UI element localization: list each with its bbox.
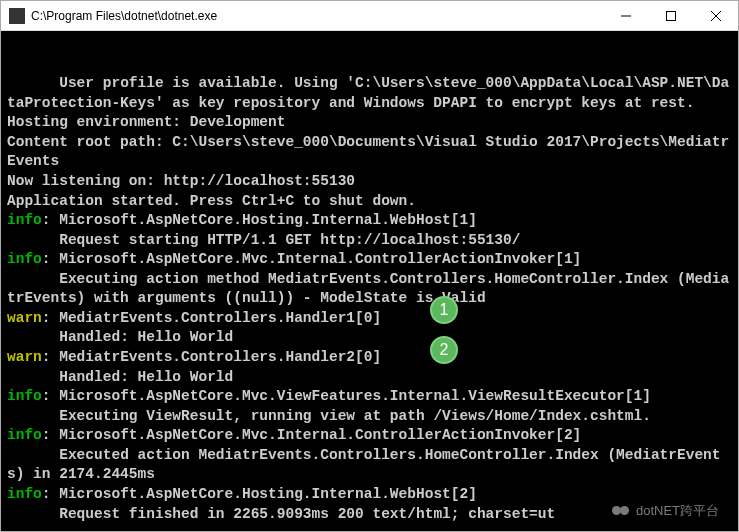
- window-controls: [603, 1, 738, 30]
- maximize-button[interactable]: [648, 1, 693, 30]
- log-level-warn: warn: [7, 349, 42, 365]
- console-window: C:\Program Files\dotnet\dotnet.exe User …: [0, 0, 739, 532]
- console-line: info: Microsoft.AspNetCore.Mvc.ViewFeatu…: [7, 387, 732, 407]
- console-line: Now listening on: http://localhost:55130: [7, 172, 732, 192]
- console-line: Handled: Hello World: [7, 328, 732, 348]
- console-line: Executing ViewResult, running view at pa…: [7, 407, 732, 427]
- minimize-button[interactable]: [603, 1, 648, 30]
- console-line: Content root path: C:\Users\steve_000\Do…: [7, 133, 732, 172]
- console-line: Handled: Hello World: [7, 368, 732, 388]
- console-line: Executing action method MediatrEvents.Co…: [7, 270, 732, 309]
- log-text: : Microsoft.AspNetCore.Hosting.Internal.…: [42, 486, 477, 502]
- log-level-warn: warn: [7, 310, 42, 326]
- console-line: warn: MediatrEvents.Controllers.Handler2…: [7, 348, 732, 368]
- log-level-info: info: [7, 212, 42, 228]
- log-text: : MediatrEvents.Controllers.Handler2[0]: [42, 349, 381, 365]
- app-icon: [9, 8, 25, 24]
- svg-rect-1: [666, 11, 675, 20]
- annotation-badge-2: 2: [430, 336, 458, 364]
- console-line: Request starting HTTP/1.1 GET http://loc…: [7, 231, 732, 251]
- log-text: : MediatrEvents.Controllers.Handler1[0]: [42, 310, 381, 326]
- log-text: : Microsoft.AspNetCore.Mvc.Internal.Cont…: [42, 251, 582, 267]
- console-line: info: Microsoft.AspNetCore.Hosting.Inter…: [7, 211, 732, 231]
- log-level-info: info: [7, 427, 42, 443]
- watermark: dotNET跨平台: [612, 502, 719, 520]
- wechat-icon: [612, 503, 632, 519]
- console-line: User profile is available. Using 'C:\Use…: [7, 74, 732, 113]
- console-output[interactable]: User profile is available. Using 'C:\Use…: [1, 31, 738, 531]
- titlebar[interactable]: C:\Program Files\dotnet\dotnet.exe: [1, 1, 738, 31]
- log-text: : Microsoft.AspNetCore.Mvc.Internal.Cont…: [42, 427, 582, 443]
- console-line: Executed action MediatrEvents.Controller…: [7, 446, 732, 485]
- console-line: Application started. Press Ctrl+C to shu…: [7, 192, 732, 212]
- log-level-info: info: [7, 388, 42, 404]
- close-button[interactable]: [693, 1, 738, 30]
- console-line: warn: MediatrEvents.Controllers.Handler1…: [7, 309, 732, 329]
- console-line: info: Microsoft.AspNetCore.Mvc.Internal.…: [7, 250, 732, 270]
- watermark-text: dotNET跨平台: [636, 502, 719, 520]
- log-text: : Microsoft.AspNetCore.Mvc.ViewFeatures.…: [42, 388, 651, 404]
- log-level-info: info: [7, 486, 42, 502]
- log-level-info: info: [7, 251, 42, 267]
- console-line: Hosting environment: Development: [7, 113, 732, 133]
- log-text: : Microsoft.AspNetCore.Hosting.Internal.…: [42, 212, 477, 228]
- console-line: info: Microsoft.AspNetCore.Mvc.Internal.…: [7, 426, 732, 446]
- annotation-badge-1: 1: [430, 296, 458, 324]
- window-title: C:\Program Files\dotnet\dotnet.exe: [31, 9, 603, 23]
